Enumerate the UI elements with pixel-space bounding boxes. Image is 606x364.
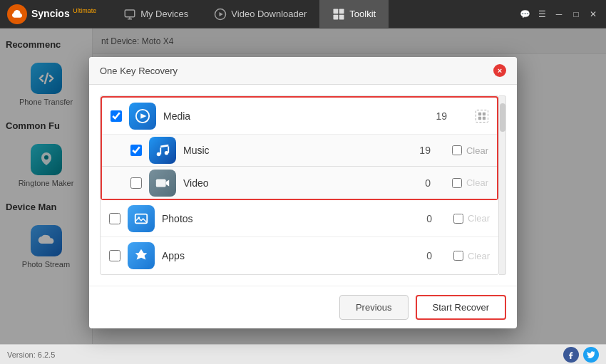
modal-overlay: One Key Recovery × <box>0 28 606 344</box>
video-clear-area: Clear <box>452 177 488 188</box>
tab-video-downloader[interactable]: Video Downloader <box>201 0 319 28</box>
scrollbar[interactable] <box>499 95 506 275</box>
music-clear-label: Clear <box>466 145 488 156</box>
file-list: Media 19 <box>100 95 499 275</box>
media-checkbox[interactable] <box>111 110 122 122</box>
svg-rect-18 <box>156 179 166 187</box>
twitter-button[interactable] <box>583 347 599 363</box>
video-name: Video <box>183 177 425 189</box>
photos-checkbox[interactable] <box>109 213 120 224</box>
svg-rect-5 <box>334 14 339 19</box>
svg-rect-6 <box>339 14 344 19</box>
app-name-text: Syncios Ultimate <box>31 7 96 20</box>
photos-clear-area: Clear <box>453 213 490 224</box>
music-clear-area: Clear <box>452 145 488 156</box>
apps-clear-checkbox[interactable] <box>453 251 463 261</box>
media-count: 19 <box>436 110 447 122</box>
modal-header: One Key Recovery × <box>89 57 517 85</box>
apps-icon <box>128 242 155 269</box>
photos-name: Photos <box>162 213 426 224</box>
music-count: 19 <box>419 145 431 156</box>
version-text: Version: 6.2.5 <box>7 350 55 359</box>
status-bar: Version: 6.2.5 <box>0 344 606 364</box>
svg-rect-12 <box>478 116 481 119</box>
tab-toolkit[interactable]: Toolkit <box>319 0 389 28</box>
svg-rect-11 <box>483 112 486 115</box>
modal-dialog: One Key Recovery × <box>89 57 517 328</box>
modal-footer: Previous Start Recover <box>89 286 517 328</box>
main-content: Recommenc Phone Transfer Common Fu Ringt… <box>0 28 606 364</box>
svg-rect-3 <box>334 9 339 14</box>
svg-rect-4 <box>339 9 344 14</box>
apps-clear-area: Clear <box>453 251 490 261</box>
music-clear-checkbox[interactable] <box>452 145 462 155</box>
video-icon <box>149 170 176 197</box>
svg-marker-2 <box>220 12 223 16</box>
media-selection-icon <box>476 110 488 123</box>
app-logo-icon <box>7 4 27 24</box>
close-button[interactable]: ✕ <box>587 9 599 20</box>
top-bar: Syncios Ultimate My Devices Video Downlo… <box>0 0 606 28</box>
svg-rect-20 <box>135 214 148 223</box>
file-item-apps[interactable]: Apps 0 Clear <box>101 237 498 274</box>
modal-title: One Key Recovery <box>100 66 178 76</box>
file-item-media[interactable]: Media 19 <box>102 98 497 135</box>
music-checkbox[interactable] <box>130 145 142 156</box>
media-name: Media <box>163 110 436 122</box>
svg-rect-10 <box>478 112 481 115</box>
svg-marker-9 <box>140 113 146 118</box>
photos-icon <box>128 205 155 232</box>
app-logo: Syncios Ultimate <box>7 4 96 24</box>
menu-button[interactable]: ☰ <box>536 9 548 20</box>
scrollbar-thumb[interactable] <box>500 103 505 132</box>
apps-name: Apps <box>162 250 426 261</box>
apps-checkbox[interactable] <box>109 250 120 261</box>
video-checkbox[interactable] <box>130 177 142 189</box>
social-buttons <box>563 347 599 363</box>
photos-clear-label: Clear <box>468 213 490 224</box>
chat-button[interactable]: 💬 <box>519 9 530 20</box>
file-item-video[interactable]: Video 0 Clear <box>102 167 497 199</box>
svg-marker-19 <box>166 180 170 186</box>
svg-rect-0 <box>125 10 135 17</box>
music-icon <box>149 137 176 164</box>
apps-count: 0 <box>426 250 432 261</box>
modal-body: Media 19 <box>89 85 517 286</box>
start-recover-button[interactable]: Start Recover <box>416 295 506 320</box>
tab-my-devices[interactable]: My Devices <box>111 0 201 28</box>
previous-button[interactable]: Previous <box>339 295 409 320</box>
nav-tabs: My Devices Video Downloader Toolkit <box>111 0 389 28</box>
apps-clear-label: Clear <box>468 251 490 261</box>
svg-rect-13 <box>483 116 486 119</box>
facebook-button[interactable] <box>563 347 579 363</box>
window-controls: 💬 ☰ ─ □ ✕ <box>519 9 599 20</box>
video-count: 0 <box>425 177 431 189</box>
media-section: Media 19 <box>101 96 498 200</box>
music-name: Music <box>183 145 419 156</box>
file-item-photos[interactable]: Photos 0 Clear <box>101 200 498 237</box>
file-item-music[interactable]: Music 19 Clear <box>102 135 497 167</box>
photos-clear-checkbox[interactable] <box>453 214 463 224</box>
photos-count: 0 <box>426 213 432 224</box>
media-icon <box>129 103 156 130</box>
minimize-button[interactable]: ─ <box>553 9 565 20</box>
modal-close-button[interactable]: × <box>493 64 506 77</box>
video-clear-checkbox[interactable] <box>452 178 462 188</box>
maximize-button[interactable]: □ <box>570 9 582 20</box>
video-clear-label: Clear <box>466 177 488 188</box>
